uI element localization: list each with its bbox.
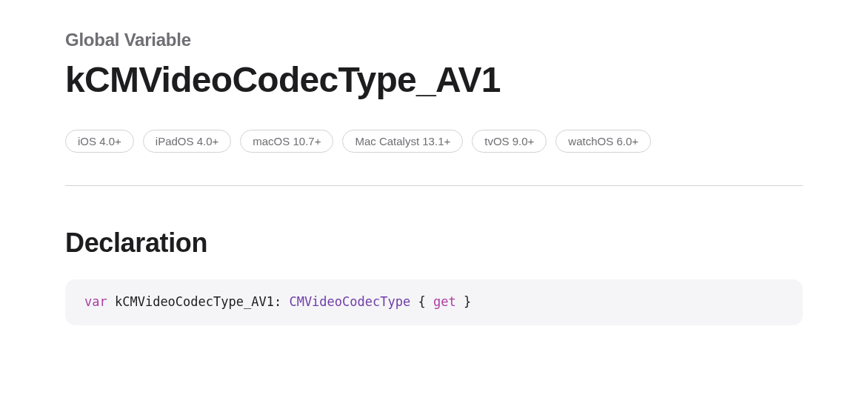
- platform-pill: watchOS 6.0+: [555, 130, 651, 153]
- platform-availability-list: iOS 4.0+ iPadOS 4.0+ macOS 10.7+ Mac Cat…: [65, 130, 803, 153]
- declaration-code-block: var kCMVideoCodecType_AV1: CMVideoCodecT…: [65, 279, 803, 325]
- code-token-identifier: kCMVideoCodecType_AV1: [115, 294, 274, 309]
- code-token-punctuation: }: [464, 294, 471, 309]
- code-token-keyword: var: [84, 294, 107, 309]
- platform-pill: Mac Catalyst 13.1+: [342, 130, 463, 153]
- platform-pill: macOS 10.7+: [240, 130, 333, 153]
- platform-pill: iOS 4.0+: [65, 130, 134, 153]
- code-token-keyword: get: [433, 294, 456, 309]
- section-divider: [65, 185, 803, 186]
- code-token-type: CMVideoCodecType: [289, 294, 410, 309]
- eyebrow-label: Global Variable: [65, 30, 803, 50]
- code-token-punctuation: {: [418, 294, 425, 309]
- page-title: kCMVideoCodecType_AV1: [65, 59, 803, 100]
- platform-pill: tvOS 9.0+: [472, 130, 547, 153]
- code-token-punctuation: :: [274, 294, 281, 309]
- declaration-heading: Declaration: [65, 228, 803, 259]
- platform-pill: iPadOS 4.0+: [143, 130, 231, 153]
